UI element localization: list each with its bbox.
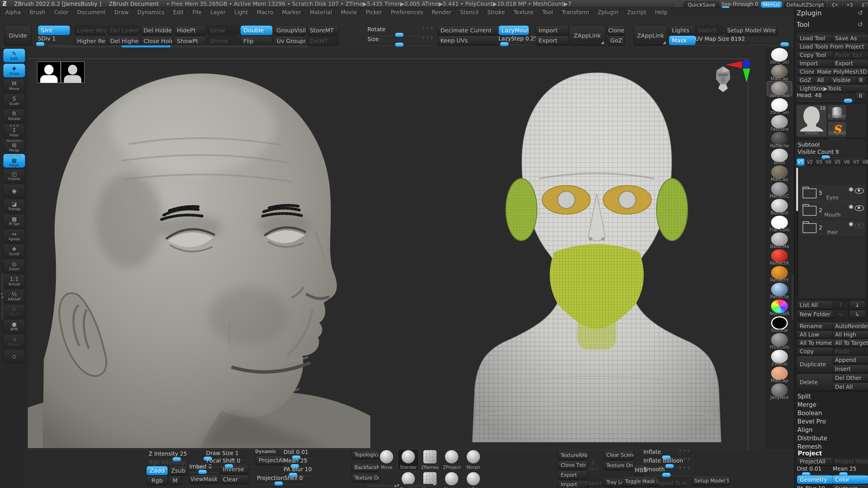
menus-toggle-button[interactable]: Menus	[761, 1, 782, 8]
project-history-button[interactable]: Project History	[832, 457, 868, 465]
tool-palette-header[interactable]: Tool	[797, 21, 810, 28]
tool-import-button[interactable]: Import	[797, 59, 834, 67]
wireframe-head-model[interactable]	[470, 66, 723, 442]
tray-item[interactable]: S Scale	[3, 94, 25, 107]
visibility-tab[interactable]: V2	[806, 158, 814, 166]
projectall-button[interactable]: ProjectAll	[797, 457, 834, 465]
projection-shell-slider[interactable]: ProjectionShell 0X Y Z	[257, 475, 305, 484]
copy-subtool-button[interactable]: Copy	[797, 347, 834, 355]
visibility-tab[interactable]: V8	[861, 158, 868, 166]
menu-item[interactable]: Texture	[510, 8, 537, 16]
material-thumbnail[interactable]: zbro_Ski	[767, 48, 792, 62]
visibility-tab[interactable]: V1	[797, 158, 805, 166]
head-silhouette-thumbnail[interactable]	[37, 62, 61, 83]
material-thumbnail[interactable]: NormalR	[767, 299, 792, 314]
tray-item[interactable]: M Move	[3, 78, 25, 93]
menu-item[interactable]: Material	[306, 8, 335, 16]
tray-item[interactable]: ◇	[3, 349, 25, 363]
bottom-scroll-arrows[interactable]: ▲▼	[394, 483, 399, 487]
inflate-balloon-slider[interactable]: Inflate BalloonX Y Z	[644, 457, 690, 466]
menu-item[interactable]: Layer	[207, 8, 229, 16]
shelf-button[interactable]: Grow	[207, 26, 239, 35]
material-thumbnail[interactable]: MetalicC	[767, 182, 792, 197]
all-to-target-button[interactable]: All To Target	[832, 339, 868, 347]
lazystep-thumb[interactable]	[500, 42, 509, 46]
shelf-button[interactable]: Close Holes	[141, 36, 173, 46]
tray-item[interactable]: ● BPR	[3, 319, 25, 333]
new-folder-button[interactable]: New Folder	[797, 310, 834, 319]
visibility-tab[interactable]: V3	[815, 158, 823, 166]
subtool-folder-row[interactable]: 2 ✱ Hair	[800, 220, 865, 236]
lightbox-tools-button[interactable]: Lightbox▶Tools	[797, 85, 868, 93]
all-low-button[interactable]: All Low	[797, 330, 834, 338]
geometry-toggle[interactable]: Geometry	[797, 475, 834, 484]
backfacemask-button[interactable]: BackfaceMask	[351, 463, 379, 472]
menu-item[interactable]: Draw	[111, 8, 132, 16]
shelf-scrollbar[interactable]	[48, 45, 308, 47]
tray-item[interactable]: Dynamic ⊞ Persp	[3, 139, 25, 153]
subtool-scrollbar-thumb[interactable]	[796, 168, 798, 211]
setup-model-side-button[interactable]: Setup Model Side	[691, 476, 730, 486]
flipbook-export-button[interactable]: Export	[585, 479, 602, 487]
material-thumbnail[interactable]: zbro_mo	[767, 82, 792, 96]
delete-button[interactable]: Delete	[797, 373, 834, 391]
load-tools-from-project-button[interactable]: Load Tools From Project	[797, 42, 868, 51]
current-tool-thumbnail[interactable]: 10 Head	[796, 105, 827, 137]
move-out-folder-button[interactable]: ↪	[833, 310, 848, 319]
folder-gear-icon[interactable]: ✱	[848, 186, 854, 193]
bottom-mean-slider[interactable]: Mean 25	[283, 457, 315, 466]
menu-item[interactable]: Tool	[539, 8, 556, 16]
tray-item[interactable]: R Rotate	[3, 109, 25, 123]
sdiv-thumb[interactable]	[36, 42, 44, 46]
menu-item[interactable]: Render	[428, 8, 455, 16]
menu-item[interactable]: Zplugin	[594, 8, 622, 16]
subpalette-row[interactable]: Align	[795, 426, 867, 434]
flip-v-button[interactable]: ↓ Flip V	[586, 458, 600, 471]
tool-restore-icon[interactable]: ↺	[858, 21, 863, 28]
tray-item[interactable]: X Y Z ↧ Floor	[3, 124, 25, 138]
goz-button[interactable]: GoZ	[608, 36, 625, 45]
brush-thumbnail[interactable]: ZProject	[441, 449, 462, 470]
rename-button[interactable]: Rename	[797, 322, 834, 330]
tool-export-button[interactable]: Export	[832, 59, 868, 67]
shelf-button[interactable]: Del Higher	[107, 36, 140, 46]
brush-thumbnail[interactable]: Morph	[463, 449, 484, 470]
menu-item[interactable]: Picker	[362, 8, 386, 16]
paste-tool-button[interactable]: Paste Tool	[832, 51, 868, 59]
menu-item[interactable]: Edit	[169, 8, 187, 16]
menu-item[interactable]: Help	[651, 8, 671, 16]
menu-item[interactable]: Dynamics	[134, 8, 168, 16]
material-thumbnail[interactable]: Reflecte	[767, 132, 792, 146]
copy-tool-button[interactable]: Copy Tool	[797, 51, 834, 59]
tool-thumbnail[interactable]: SimpleB	[828, 122, 846, 137]
menu-item[interactable]: Macro	[253, 8, 277, 16]
brush-thumbnail[interactable]: Flatten	[441, 471, 462, 488]
goz-all-button[interactable]: All	[814, 76, 832, 84]
brush-thumbnail[interactable]: Standar	[398, 449, 418, 470]
subpalette-row[interactable]: Remesh	[795, 442, 867, 451]
texture-export-button[interactable]: Export	[558, 470, 588, 479]
menu-item[interactable]: Transform	[558, 8, 593, 16]
autoreorder-button[interactable]: AutoReorder	[832, 322, 868, 330]
menu-item[interactable]: Zscript	[623, 8, 650, 16]
visibility-tab[interactable]: V4	[824, 158, 832, 166]
mean-slider[interactable]: Mean 25	[833, 465, 865, 475]
smt-toggle[interactable]: Smt	[38, 26, 70, 35]
tool-clone-button[interactable]: Clone	[797, 68, 816, 76]
tray-item[interactable]: ◑ Invers	[3, 334, 25, 348]
menu-item[interactable]: Brush	[26, 8, 49, 16]
material-thumbnail[interactable]: MatCap	[767, 366, 792, 381]
bottom-scrollbar-right[interactable]	[405, 484, 433, 488]
shelf-button[interactable]: HidePt	[174, 26, 206, 35]
shelf-button[interactable]: Del Lower	[107, 26, 140, 35]
right-tray-resize-handle[interactable]	[791, 273, 794, 320]
paste-subtool-button[interactable]: Paste	[832, 347, 868, 355]
clone-txtr-button[interactable]: Clone Txtr	[558, 461, 588, 469]
menu-item[interactable]: Alpha	[2, 8, 24, 16]
folder-gear-icon[interactable]: ✱	[848, 221, 854, 228]
shelf-button[interactable]: Del Hidden	[141, 26, 173, 35]
quicksave-button[interactable]: QuickSave	[684, 1, 719, 8]
repeat-to-active-button[interactable]: Repeat To Active	[653, 479, 688, 487]
material-thumbnail[interactable]: ReflectR	[767, 249, 792, 264]
shelf-button[interactable]: Uv Groups	[274, 36, 306, 46]
